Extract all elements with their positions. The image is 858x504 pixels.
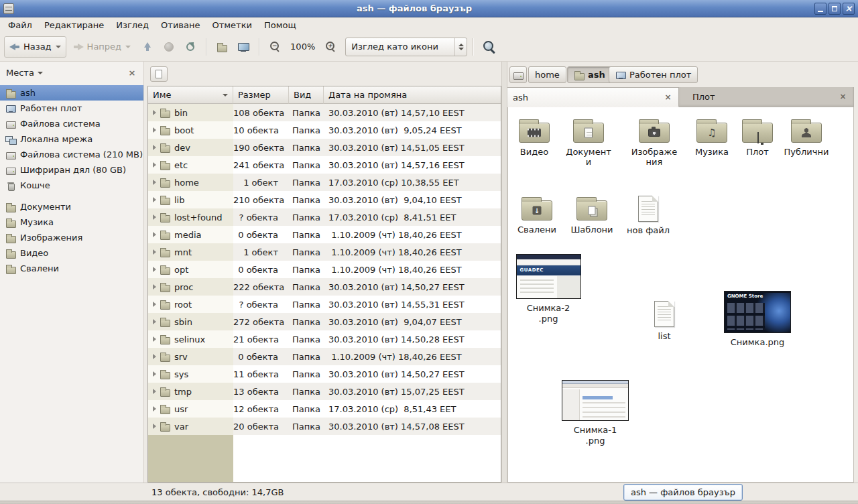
- sidebar-bookmark-item[interactable]: Видео: [0, 245, 143, 261]
- sidebar-title[interactable]: Места: [6, 68, 34, 78]
- sidebar-item[interactable]: Работен плот: [0, 101, 143, 116]
- expander-icon[interactable]: [153, 145, 156, 150]
- expander-icon[interactable]: [153, 127, 156, 133]
- expander-icon[interactable]: [153, 214, 156, 220]
- table-row[interactable]: etc 241 обекта Папка 30.03.2010 (вт) 14,…: [148, 156, 501, 174]
- tab-close-icon[interactable]: [838, 92, 848, 102]
- view-mode-select[interactable]: Изглед като икони: [345, 38, 467, 56]
- folder-item[interactable]: нов файл: [622, 196, 674, 235]
- computer-button[interactable]: [233, 37, 253, 57]
- expander-icon[interactable]: [153, 389, 156, 394]
- sidebar-bookmark-item[interactable]: Изображения: [0, 230, 143, 245]
- column-header-date[interactable]: Дата на промяна: [324, 86, 501, 104]
- folder-item[interactable]: Шаблони: [566, 196, 618, 235]
- expander-icon[interactable]: [153, 197, 156, 202]
- zoom-out-button[interactable]: [265, 37, 285, 57]
- menu-item[interactable]: Отметки: [206, 19, 257, 32]
- home-button[interactable]: [212, 37, 232, 57]
- pathbar-button[interactable]: ash: [567, 66, 612, 83]
- taskbar-window-button[interactable]: ash — файлов браузър: [623, 484, 743, 501]
- table-row[interactable]: usr 12 обекта Папка 17.03.2010 (ср) 8,51…: [148, 400, 501, 418]
- folder-item[interactable]: Публични: [780, 118, 833, 157]
- menu-item[interactable]: Файл: [2, 19, 38, 32]
- expander-icon[interactable]: [153, 302, 156, 307]
- stop-button[interactable]: [159, 37, 179, 57]
- folder-item[interactable]: Плот: [731, 118, 784, 157]
- pathbar-button[interactable]: home: [528, 66, 566, 83]
- expander-icon[interactable]: [153, 180, 156, 185]
- expander-icon[interactable]: [153, 371, 156, 377]
- sidebar-item[interactable]: ash: [0, 85, 143, 101]
- table-row[interactable]: proc 222 обекта Папка 30.03.2010 (вт) 14…: [148, 278, 501, 296]
- expander-icon[interactable]: [153, 406, 156, 412]
- menu-item[interactable]: Помощ: [258, 19, 302, 32]
- table-row[interactable]: sbin 272 обекта Папка 30.03.2010 (вт) 9,…: [148, 313, 501, 330]
- folder-item[interactable]: Документи: [562, 118, 615, 167]
- sidebar-bookmark-item[interactable]: Документи: [0, 199, 143, 214]
- table-row[interactable]: opt 0 обекта Папка 1.10.2009 (чт) 18,40,…: [148, 261, 501, 278]
- expander-icon[interactable]: [153, 319, 156, 324]
- folder-item[interactable]: Видео: [508, 118, 560, 157]
- zoom-in-button[interactable]: [320, 37, 341, 57]
- table-row[interactable]: lost+found ? обекта Папка 17.03.2010 (ср…: [148, 208, 501, 226]
- close-button[interactable]: [843, 3, 855, 15]
- expander-icon[interactable]: [153, 162, 156, 168]
- chevron-down-icon[interactable]: [38, 72, 43, 74]
- sidebar-close-icon[interactable]: [127, 68, 137, 78]
- tab[interactable]: Плот: [679, 87, 854, 107]
- table-row[interactable]: selinux 21 обекта Папка 30.03.2010 (вт) …: [148, 330, 501, 348]
- tab-close-icon[interactable]: [663, 92, 673, 103]
- column-header-size[interactable]: Размер: [233, 86, 289, 104]
- table-row[interactable]: var 20 обекта Папка 30.03.2010 (вт) 14,5…: [148, 418, 501, 435]
- expander-icon[interactable]: [153, 284, 156, 290]
- table-row[interactable]: srv 0 обекта Папка 1.10.2009 (чт) 18,40,…: [148, 348, 501, 365]
- expander-icon[interactable]: [153, 110, 156, 115]
- window-menu-icon[interactable]: [3, 3, 14, 14]
- table-row[interactable]: root ? обекта Папка 30.03.2010 (вт) 14,5…: [148, 296, 501, 313]
- spinner-arrows-icon[interactable]: [454, 38, 467, 56]
- column-header-type[interactable]: Вид: [289, 86, 324, 104]
- table-row[interactable]: tmp 13 обекта Папка 30.03.2010 (вт) 15,0…: [148, 383, 501, 400]
- menu-item[interactable]: Изглед: [110, 19, 155, 32]
- expander-icon[interactable]: [153, 336, 156, 342]
- image-file-item[interactable]: GNOME Store Снимка.png: [723, 291, 792, 348]
- expander-icon[interactable]: [153, 354, 156, 359]
- sidebar-item[interactable]: Локална мрежа: [0, 131, 143, 147]
- table-row[interactable]: mnt 1 обект Папка 1.10.2009 (чт) 18,40,2…: [148, 243, 501, 261]
- forward-button[interactable]: Напред: [68, 36, 136, 58]
- pathbar-button[interactable]: [509, 66, 527, 83]
- pathbar-button[interactable]: Работен плот: [609, 66, 698, 83]
- table-row[interactable]: media 0 обекта Папка 1.10.2009 (чт) 18,4…: [148, 226, 501, 243]
- search-button[interactable]: [479, 37, 499, 57]
- expander-icon[interactable]: [153, 249, 156, 255]
- sidebar-item[interactable]: Шифриран дял (80 GB): [0, 162, 143, 178]
- expander-icon[interactable]: [153, 267, 156, 272]
- sidebar-bookmark-item[interactable]: Свалени: [0, 261, 143, 276]
- table-row[interactable]: boot 10 обекта Папка 30.03.2010 (вт) 9,0…: [148, 121, 501, 139]
- table-row[interactable]: bin 108 обекта Папка 30.03.2010 (вт) 14,…: [148, 104, 501, 121]
- sidebar-item[interactable]: Кошче: [0, 178, 143, 193]
- image-file-item[interactable]: GUADEC Снимка-2.png: [515, 254, 582, 324]
- back-button[interactable]: Назад: [4, 36, 66, 58]
- image-file-item[interactable]: Снимка-1.png: [560, 380, 630, 446]
- up-button[interactable]: [137, 37, 158, 57]
- folder-item[interactable]: Свалени: [511, 196, 563, 235]
- menu-item[interactable]: Отиване: [155, 19, 206, 32]
- table-row[interactable]: sys 11 обекта Папка 30.03.2010 (вт) 14,5…: [148, 365, 501, 383]
- folder-item[interactable]: Музика: [686, 118, 738, 157]
- reload-button[interactable]: [180, 37, 200, 57]
- minimize-button[interactable]: [814, 3, 826, 15]
- expander-icon[interactable]: [153, 232, 156, 237]
- menu-item[interactable]: Редактиране: [38, 19, 110, 32]
- table-row[interactable]: home 1 обект Папка 17.03.2010 (ср) 10,38…: [148, 174, 501, 191]
- pane-location-button[interactable]: [150, 66, 168, 82]
- tab[interactable]: ash: [507, 87, 679, 107]
- sidebar-bookmark-item[interactable]: Музика: [0, 214, 143, 230]
- sidebar-item[interactable]: Файлова система (210 MB): [0, 147, 143, 162]
- pane-splitter[interactable]: [501, 62, 507, 483]
- folder-item[interactable]: Изображения: [628, 118, 680, 167]
- table-row[interactable]: lib 210 обекта Папка 30.03.2010 (вт) 9,0…: [148, 191, 501, 208]
- sidebar-item[interactable]: Файлова система: [0, 116, 143, 131]
- maximize-button[interactable]: [829, 3, 841, 15]
- column-header-name[interactable]: Име: [148, 86, 233, 104]
